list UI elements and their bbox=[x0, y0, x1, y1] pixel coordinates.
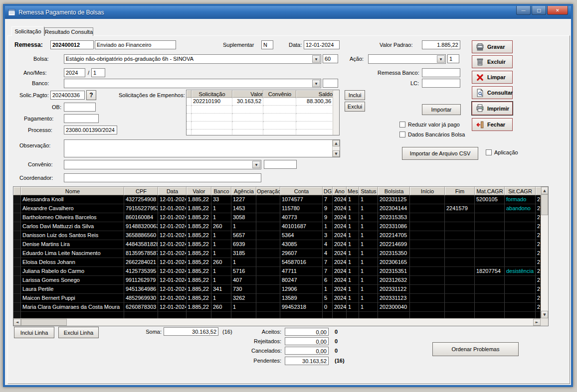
remessa-field[interactable]: 202400012 bbox=[50, 40, 94, 49]
lc-field[interactable] bbox=[422, 79, 460, 88]
convenio-combobox[interactable]: ▼ bbox=[64, 160, 261, 169]
empenho-row[interactable] bbox=[187, 114, 339, 122]
grid-row[interactable]: Maicon Bernert Puppi485296993012-01-2024… bbox=[13, 294, 541, 303]
grid-row[interactable]: Alexandre Cavalhero7915522795312-01-2024… bbox=[13, 204, 541, 213]
dados-bancarios-checkbox[interactable] bbox=[399, 131, 405, 137]
processo-field[interactable]: 23080.001390/2024 bbox=[64, 126, 117, 134]
title-bar[interactable]: Remessa Pagamento de Bolsas — □ ✕ bbox=[5, 6, 571, 19]
mes-field[interactable]: 1 bbox=[91, 68, 105, 77]
bolsa-combobox[interactable]: Estágio não-obrigatório pós-graduação 6h… bbox=[64, 54, 321, 64]
coordenador-field[interactable] bbox=[64, 173, 261, 182]
grid-row[interactable]: Bartholomeo Oliveira Barcelos86016008412… bbox=[13, 213, 541, 222]
column-header[interactable]: Sit.CAGR bbox=[505, 187, 536, 195]
ob-field[interactable] bbox=[64, 103, 96, 112]
column-header[interactable]: Agência bbox=[231, 187, 256, 195]
help-button[interactable]: ? bbox=[86, 90, 96, 100]
column-header[interactable]: Saldo bbox=[296, 90, 333, 98]
scrollbar-thumb[interactable] bbox=[541, 194, 548, 215]
column-header[interactable]: Valor bbox=[187, 187, 211, 195]
valor-padrao-field[interactable]: 1.885,22 bbox=[422, 40, 460, 49]
grid-row[interactable]: Danisson Luiz dos Santos Reis36588865601… bbox=[13, 231, 541, 240]
chevron-down-icon[interactable]: ▼ bbox=[312, 55, 320, 63]
reduzir-checkbox[interactable] bbox=[399, 122, 405, 128]
column-header[interactable]: Banco bbox=[211, 187, 231, 195]
column-header[interactable]: Data bbox=[158, 187, 187, 195]
acao-code-field[interactable]: 1 bbox=[447, 54, 459, 63]
column-header[interactable]: DG bbox=[323, 187, 333, 195]
column-header[interactable]: Conta bbox=[280, 187, 323, 195]
tab-solicitacao[interactable]: Solicitação bbox=[11, 26, 44, 36]
gravar-button[interactable]: Gravar bbox=[472, 40, 513, 53]
minimize-button[interactable]: — bbox=[516, 6, 531, 15]
scroll-right-icon[interactable]: ► bbox=[533, 319, 541, 326]
tab-resultado-consulta[interactable]: Resultado Consulta bbox=[44, 27, 93, 36]
ordenar-problemas-button[interactable]: Ordenar Problemas bbox=[432, 342, 519, 356]
grid-row[interactable]: Maria Clara Guimaraes da Costa Moura6260… bbox=[13, 303, 541, 312]
imprimir-button[interactable]: Imprimir bbox=[472, 102, 513, 115]
column-header[interactable]: Nome bbox=[21, 187, 124, 195]
column-header[interactable]: Valor bbox=[232, 90, 263, 98]
empenhos-scrollbar[interactable] bbox=[333, 90, 339, 135]
column-header[interactable]: Bolsista bbox=[378, 187, 410, 195]
empenho-row[interactable]: 20221019030.163,5288.300,36 bbox=[187, 98, 339, 106]
empenho-row[interactable] bbox=[187, 106, 339, 114]
consultar-button[interactable]: Consultar bbox=[472, 86, 513, 99]
importar-csv-button[interactable]: Importar de Arquivo CSV bbox=[402, 147, 478, 160]
banco-combobox[interactable]: ▼ bbox=[64, 79, 321, 88]
column-header[interactable]: Ano bbox=[333, 187, 347, 195]
chevron-down-icon[interactable]: ▼ bbox=[312, 80, 320, 87]
limpar-button[interactable]: Limpar bbox=[472, 71, 513, 84]
grid-row[interactable]: Larissa Gomes Sonego991126297912-01-2024… bbox=[13, 276, 541, 285]
column-header[interactable] bbox=[536, 187, 541, 195]
grid-row[interactable]: Denise Martins Lira4484358182812-01-2024… bbox=[13, 240, 541, 249]
column-header[interactable]: Fim bbox=[445, 187, 475, 195]
inclui-button[interactable]: Inclui bbox=[345, 90, 365, 100]
column-header[interactable]: Solicitação bbox=[192, 90, 232, 98]
suplementar-field[interactable]: N bbox=[261, 40, 273, 49]
exclui-button[interactable]: Exclui bbox=[345, 102, 365, 112]
chevron-down-icon[interactable]: ▼ bbox=[437, 55, 445, 63]
empenho-row[interactable] bbox=[187, 130, 339, 135]
scrollbar-thumb[interactable] bbox=[21, 319, 67, 326]
fechar-button[interactable]: Fechar bbox=[472, 118, 513, 131]
column-header[interactable]: CPF bbox=[124, 187, 158, 195]
horizontal-scrollbar[interactable]: ◄ ► bbox=[13, 318, 541, 326]
pagamento-field[interactable] bbox=[64, 114, 99, 123]
grid-row[interactable]: Laura Pertile945136498612-01-20241.885,2… bbox=[13, 285, 541, 294]
column-header[interactable]: Status bbox=[359, 187, 378, 195]
scroll-down-icon[interactable]: ▼ bbox=[333, 150, 340, 157]
grid-row[interactable]: Alessandra Knoll432725490812-01-20241.88… bbox=[13, 195, 541, 204]
grid-row-partial[interactable] bbox=[13, 312, 541, 318]
solic-pagto-field[interactable]: 202400336 bbox=[50, 91, 85, 100]
acao-combobox[interactable]: ▼ bbox=[368, 54, 446, 64]
grid-row[interactable]: Eloisa Deloss Johann266228402112-01-2024… bbox=[13, 258, 541, 267]
bolsa-code-field[interactable]: 60 bbox=[323, 54, 338, 63]
vertical-scrollbar[interactable]: ▲ ▼ bbox=[541, 187, 548, 318]
scroll-up-icon[interactable]: ▲ bbox=[541, 187, 548, 194]
empenho-row[interactable] bbox=[187, 122, 339, 130]
column-header[interactable]: Operação bbox=[256, 187, 280, 195]
ano-field[interactable]: 2024 bbox=[64, 68, 85, 77]
data-field[interactable]: 12-01-2024 bbox=[304, 40, 340, 49]
column-header[interactable]: Convênio bbox=[263, 90, 296, 98]
banco-code-field[interactable] bbox=[323, 79, 338, 88]
importar-button[interactable]: Importar bbox=[422, 104, 461, 115]
excluir-button[interactable]: Excluir bbox=[472, 55, 513, 68]
grid-row[interactable]: Juliana Rabelo do Carmo412573539512-01-2… bbox=[13, 267, 541, 276]
scroll-down-icon[interactable]: ▼ bbox=[541, 311, 548, 318]
observacao-scrollbar[interactable]: ▲ ▼ bbox=[332, 140, 340, 157]
chevron-down-icon[interactable]: ▼ bbox=[252, 161, 260, 168]
column-header[interactable]: Mat.CAGR bbox=[475, 187, 505, 195]
grid-row[interactable]: Carlos Davi Mattuzzi da Silva91488320063… bbox=[13, 222, 541, 231]
scroll-up-icon[interactable]: ▲ bbox=[333, 140, 340, 146]
observacao-textarea[interactable]: ▲ ▼ bbox=[64, 139, 340, 157]
inclui-linha-button[interactable]: Inclui Linha bbox=[14, 327, 54, 338]
aplicacao-checkbox[interactable] bbox=[486, 149, 492, 155]
scroll-left-icon[interactable]: ◄ bbox=[13, 319, 21, 326]
remessa-banco-field[interactable] bbox=[422, 68, 460, 77]
column-header[interactable]: Mes bbox=[347, 187, 359, 195]
maximize-button[interactable]: □ bbox=[532, 6, 546, 15]
close-button[interactable]: ✕ bbox=[547, 6, 568, 15]
column-header[interactable]: Início bbox=[410, 187, 445, 195]
convenio-extra-field[interactable] bbox=[264, 160, 297, 169]
